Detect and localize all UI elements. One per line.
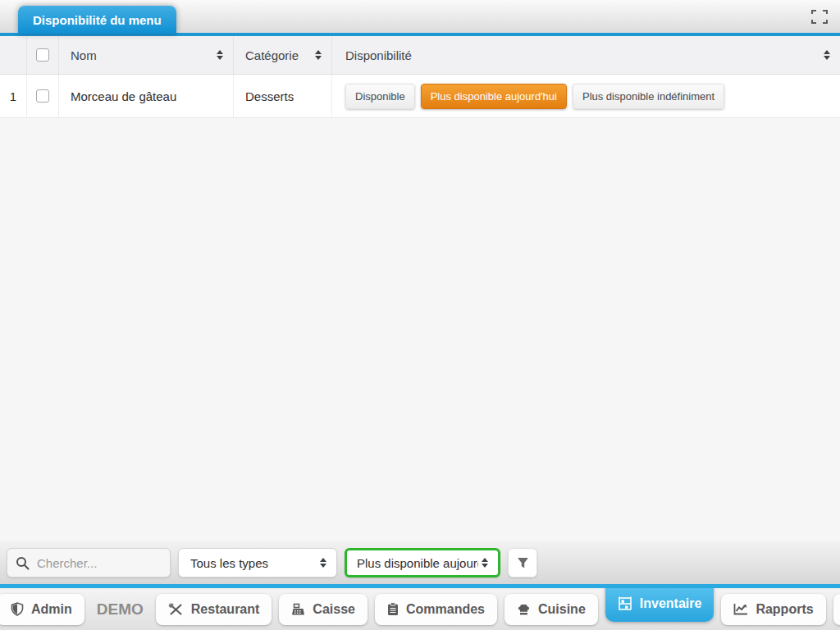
shield-icon xyxy=(11,602,24,616)
nav-tab-label: Commandes xyxy=(406,602,485,617)
nav-tab-label: Restaurant xyxy=(191,602,260,617)
row-category-cell: Desserts xyxy=(234,75,332,117)
search-icon xyxy=(7,556,37,570)
header-category-label: Catégorie xyxy=(245,48,299,62)
tab-menu-availability[interactable]: Disponibilité du menu xyxy=(18,6,176,34)
nav-tab-restaurant[interactable]: Restaurant xyxy=(156,594,272,625)
nav-tab-inventaire[interactable]: Inventaire xyxy=(605,588,714,622)
row-checkbox-cell xyxy=(27,75,59,117)
sort-icon[interactable] xyxy=(313,48,323,62)
header-name-cell[interactable]: Nom xyxy=(59,36,234,74)
sort-icon[interactable] xyxy=(822,48,832,62)
select-arrows-icon xyxy=(318,556,328,569)
app-window: Disponibilité du menu Nom Catégorie Disp… xyxy=(0,0,840,630)
availability-filter-value: Plus disponible aujourd'hui xyxy=(357,556,478,570)
header-availability-label: Disponibilité xyxy=(345,48,412,62)
nav-tab-label: Cuisine xyxy=(538,602,586,617)
header-index-cell xyxy=(0,36,27,74)
nav-tab-cuisine[interactable]: Cuisine xyxy=(504,594,598,625)
item-name: Morceau de gâteau xyxy=(71,89,176,103)
shelf-icon xyxy=(618,596,632,610)
filter-button[interactable] xyxy=(508,548,537,578)
filter-toolbar: Tous les types Plus disponible aujourd'h… xyxy=(0,541,840,584)
clipboard-icon xyxy=(387,602,399,616)
unavailable-today-button[interactable]: Plus disponible aujourd'hui xyxy=(421,84,567,109)
availability-filter-select[interactable]: Plus disponible aujourd'hui xyxy=(345,548,500,578)
select-all-checkbox[interactable] xyxy=(36,48,49,62)
nav-tab-label: Rapports xyxy=(756,602,813,617)
nav-tab-label: Inventaire xyxy=(640,596,702,611)
top-header: Disponibilité du menu xyxy=(0,0,840,36)
bottom-nav-bar: Admin DEMO Restaurant xyxy=(0,588,840,630)
chart-icon xyxy=(733,603,748,615)
row-checkbox[interactable] xyxy=(36,89,49,103)
header-category-cell[interactable]: Catégorie xyxy=(234,36,332,74)
row-name-cell: Morceau de gâteau xyxy=(59,75,234,117)
funnel-icon xyxy=(517,557,529,569)
item-category: Desserts xyxy=(245,89,294,103)
fullscreen-icon[interactable] xyxy=(809,7,830,25)
select-arrows-icon xyxy=(480,556,490,569)
nav-tab-rapports[interactable]: Rapports xyxy=(721,594,825,625)
header-name-label: Nom xyxy=(71,48,97,62)
nav-tab-admin[interactable]: Admin xyxy=(0,594,84,625)
nav-tab-factures[interactable]: $ Factures xyxy=(833,594,840,625)
type-filter-select[interactable]: Tous les types xyxy=(178,548,337,578)
header-availability-cell[interactable]: Disponibilité xyxy=(332,36,840,74)
available-button[interactable]: Disponible xyxy=(345,84,415,109)
search-input[interactable] xyxy=(37,556,170,570)
nav-tab-label: Admin xyxy=(31,602,72,617)
utensils-icon xyxy=(168,603,184,616)
table-row: 1 Morceau de gâteau Desserts Disponible … xyxy=(0,75,840,118)
search-box[interactable] xyxy=(7,548,171,578)
table-empty-area xyxy=(0,118,840,541)
demo-label: DEMO xyxy=(97,600,144,619)
unavailable-indefinitely-button[interactable]: Plus disponible indéfiniment xyxy=(573,84,724,109)
sort-icon[interactable] xyxy=(215,48,225,62)
nav-tab-caisse[interactable]: Caisse xyxy=(279,594,368,625)
row-index: 1 xyxy=(0,75,27,117)
cash-register-icon xyxy=(291,603,305,616)
availability-options: Disponible Plus disponible aujourd'hui P… xyxy=(345,84,724,109)
type-filter-value: Tous les types xyxy=(190,556,268,570)
header-checkbox-cell xyxy=(27,36,59,74)
nav-tab-label: Caisse xyxy=(313,602,355,617)
row-availability-cell: Disponible Plus disponible aujourd'hui P… xyxy=(332,75,840,117)
table-header: Nom Catégorie Disponibilité xyxy=(0,36,840,75)
nav-tab-commandes[interactable]: Commandes xyxy=(375,594,497,625)
chef-hat-icon xyxy=(517,603,531,615)
